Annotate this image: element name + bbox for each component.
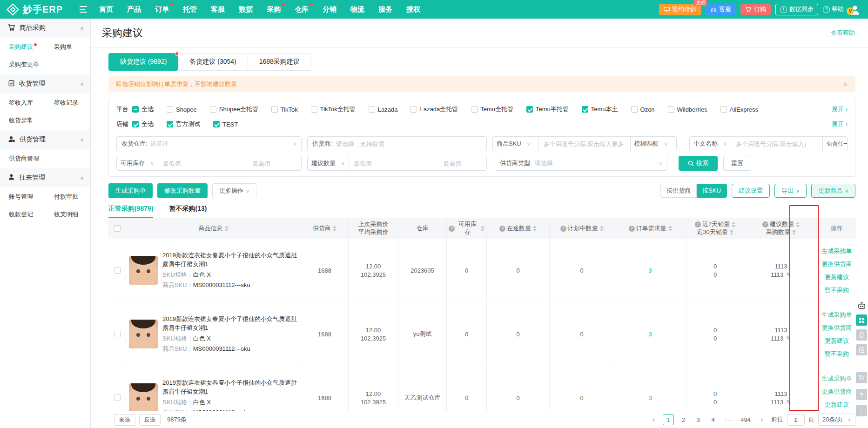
platform-checkbox-Temu半托管[interactable]: Temu半托管 <box>526 105 569 114</box>
sidebar-group-2[interactable]: 收货管理∧ <box>0 74 90 93</box>
info-icon[interactable]: ? <box>629 226 635 232</box>
action-暂不采购[interactable]: 暂不采购 <box>825 348 849 360</box>
row-checkbox[interactable] <box>114 395 121 401</box>
goto-page-input[interactable] <box>787 414 805 426</box>
sort-icon[interactable] <box>732 222 735 227</box>
nav-item-10[interactable]: 物流 <box>343 0 371 19</box>
info-icon[interactable]: ? <box>695 221 701 227</box>
page-3[interactable]: 3 <box>693 414 704 425</box>
sort-icon[interactable] <box>796 222 800 227</box>
action-暂不采购[interactable]: 暂不采购 <box>825 284 849 296</box>
platform-checkbox-TikTok全托管[interactable]: TikTok全托管 <box>311 105 356 114</box>
export-button[interactable]: 导出 ∨ <box>774 184 807 198</box>
header-checkbox[interactable] <box>114 225 121 232</box>
tab-3[interactable]: 1688采购建议 <box>248 53 311 71</box>
stock-min-input[interactable]: - <box>158 156 302 170</box>
platform-checkbox-Shopee全托管[interactable]: Shopee全托管 <box>210 105 258 114</box>
sidebar-item-签收入库[interactable]: 签收入库 <box>0 94 45 112</box>
action-更新建议[interactable]: 更新建议 <box>825 271 849 283</box>
platform-checkbox-TikTok[interactable]: TikTok <box>271 106 298 113</box>
expand-platforms-link[interactable]: 展开 › <box>832 105 848 114</box>
service-robot-icon[interactable] <box>856 300 867 311</box>
nav-item-8[interactable]: 仓库 <box>288 0 316 19</box>
feedback-icon[interactable] <box>856 344 867 355</box>
help-icon[interactable]: ? <box>856 389 867 400</box>
store-checkbox-TEST[interactable]: TEST <box>213 121 238 128</box>
app-grid-icon[interactable] <box>856 314 867 326</box>
product-image[interactable] <box>129 320 158 348</box>
sort-icon[interactable] <box>600 226 604 231</box>
tab-1[interactable]: 缺货建议 (9892) <box>108 53 178 71</box>
page-4[interactable]: 4 <box>707 414 719 425</box>
product-image[interactable] <box>129 383 158 412</box>
platform-checkbox-Ozon[interactable]: Ozon <box>631 106 655 113</box>
platform-checkbox-Temu全托管[interactable]: Temu全托管 <box>471 105 513 114</box>
menu-toggle-icon[interactable] <box>79 6 87 13</box>
sort-icon[interactable] <box>792 229 796 235</box>
product-image[interactable] <box>129 256 158 285</box>
page-1[interactable]: 1 <box>663 414 674 425</box>
sidebar-item-收款登记[interactable]: 收款登记 <box>0 206 45 223</box>
nav-item-7[interactable]: 采购 <box>260 0 288 19</box>
nav-item-5[interactable]: 客服 <box>204 0 232 19</box>
expand-stores-link[interactable]: 展开 › <box>832 120 848 128</box>
platform-checkbox-Lazada全托管[interactable]: Lazada全托管 <box>410 105 458 114</box>
sidebar-item-签收记录[interactable]: 签收记录 <box>45 94 90 112</box>
refresh-icon[interactable]: ↻ <box>856 372 867 383</box>
platform-checkbox-全选[interactable]: 全选 <box>132 105 154 114</box>
supplier-type-select[interactable]: 供货商类型: 请选择 ∨ <box>495 156 667 171</box>
nav-item-1[interactable]: 首页 <box>92 0 120 19</box>
row-checkbox[interactable] <box>114 267 121 274</box>
row-checkbox[interactable] <box>114 331 121 337</box>
data-sync-button[interactable]: ! 数据同步 <box>775 4 818 15</box>
warehouse-select[interactable]: 收货仓库: 请选择 ∨ <box>116 136 302 151</box>
store-checkbox-全选[interactable]: 全选 <box>132 120 154 128</box>
nav-item-12[interactable]: 授权 <box>399 0 427 19</box>
nav-item-11[interactable]: 服务 <box>371 0 399 19</box>
nav-item-9[interactable]: 分销 <box>316 0 343 19</box>
sidebar-item-采购单[interactable]: 采购单 <box>45 38 90 56</box>
sidebar-item-账号管理[interactable]: 账号管理 <box>0 188 45 206</box>
action-生成采购单[interactable]: 生成采购单 <box>822 373 852 384</box>
more-actions-button[interactable]: 更多操作 ∨ <box>212 183 256 198</box>
subtab-1[interactable]: 正常采购(9879) <box>108 205 153 218</box>
suggest-max-field[interactable] <box>442 160 487 167</box>
sort-icon[interactable] <box>225 226 229 231</box>
action-更新建议[interactable]: 更新建议 <box>825 335 849 347</box>
by-sku-toggle[interactable]: 按SKU <box>697 184 727 198</box>
sidebar-item-付款审批[interactable]: 付款审批 <box>45 188 90 206</box>
page-size-select[interactable]: 20条/页 ∨ <box>818 414 855 426</box>
info-icon[interactable]: ? <box>499 226 505 232</box>
platform-checkbox-Shopee[interactable]: Shopee <box>167 106 197 113</box>
name-value-input[interactable] <box>731 137 822 151</box>
name-field-select[interactable]: 中文名称∨ <box>690 137 731 151</box>
page-2[interactable]: 2 <box>678 414 689 425</box>
sidebar-item-采购变更单[interactable]: 采购变更单 <box>0 56 45 74</box>
info-icon[interactable]: ? <box>449 226 455 232</box>
sku-match-select[interactable]: 模糊匹配∨ <box>630 137 676 151</box>
sidebar-item-采购建议[interactable]: 采购建议 <box>0 38 45 56</box>
nav-item-4[interactable]: 托管 <box>176 0 204 19</box>
reset-button[interactable]: 重置 <box>723 156 751 171</box>
name-match-select[interactable]: 包含任一关键词∨ <box>822 137 848 151</box>
sidebar-group-3[interactable]: 供货管理∧ <box>0 130 90 149</box>
sort-icon[interactable] <box>333 226 336 231</box>
subtab-2[interactable]: 暂不采购(13) <box>169 205 207 218</box>
action-更换供货商[interactable]: 更换供货商 <box>822 322 852 334</box>
suggest-min-input[interactable]: - <box>349 156 487 170</box>
suggest-min-field[interactable] <box>353 160 437 167</box>
customer-service-button[interactable]: 客服 <box>706 4 736 15</box>
order-demand-link[interactable]: 3 <box>648 395 652 401</box>
mobile-device-icon[interactable] <box>856 329 867 341</box>
action-更换供货商[interactable]: 更换供货商 <box>822 386 852 397</box>
sort-icon[interactable] <box>533 226 537 231</box>
nav-item-6[interactable]: 数据 <box>232 0 260 19</box>
supplier-search-field[interactable] <box>335 140 482 148</box>
sku-value-input[interactable] <box>538 137 630 151</box>
info-icon[interactable]: ? <box>762 221 768 227</box>
prev-page-icon[interactable]: ‹ <box>648 414 659 425</box>
name-value-field[interactable] <box>735 140 819 148</box>
action-生成采购单[interactable]: 生成采购单 <box>822 245 852 257</box>
nav-item-2[interactable]: 产品 <box>120 0 148 19</box>
sidebar-item-供货商管理[interactable]: 供货商管理 <box>0 150 45 167</box>
